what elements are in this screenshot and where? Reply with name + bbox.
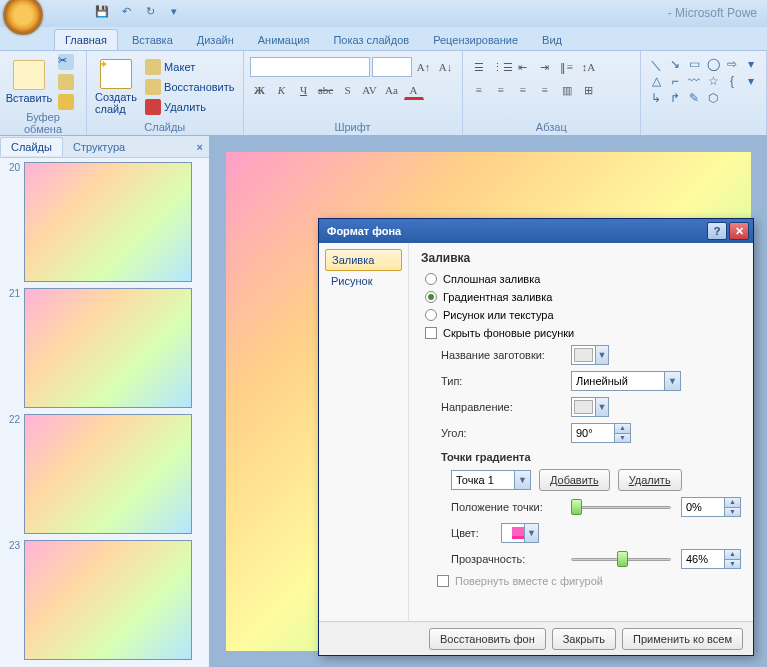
tab-animation[interactable]: Анимация [248, 30, 320, 50]
redo-icon[interactable]: ↻ [141, 5, 159, 23]
spin-up-icon[interactable]: ▲ [614, 424, 630, 434]
save-icon[interactable]: 💾 [93, 5, 111, 23]
tab-review[interactable]: Рецензирование [423, 30, 528, 50]
reset-button[interactable]: Восстановить [143, 78, 236, 96]
position-spinner[interactable]: 0%▲▼ [681, 497, 741, 517]
tab-view[interactable]: Вид [532, 30, 572, 50]
radio-texture-fill[interactable]: Рисунок или текстура [421, 309, 741, 321]
shape-conn-icon[interactable]: ↳ [647, 91, 665, 107]
spacing-button[interactable]: AV [360, 80, 380, 100]
smartart-button[interactable]: ⊞ [579, 80, 599, 100]
shape-star-icon[interactable]: ☆ [704, 74, 722, 90]
spin-up-icon[interactable]: ▲ [724, 550, 740, 560]
pane-tab-slides[interactable]: Слайды [0, 137, 63, 156]
pane-close-icon[interactable]: × [191, 141, 209, 153]
angle-spinner[interactable]: 90°▲▼ [571, 423, 631, 443]
shape-conn2-icon[interactable]: ↱ [666, 91, 684, 107]
reset-bg-button[interactable]: Восстановить фон [429, 628, 546, 650]
tab-design[interactable]: Дизайн [187, 30, 244, 50]
strike-button[interactable]: abc [316, 80, 336, 100]
spin-down-icon[interactable]: ▼ [724, 508, 740, 517]
shape-rect-icon[interactable]: ▭ [685, 57, 703, 73]
add-stop-button[interactable]: Добавить [539, 469, 610, 491]
dialog-title-bar[interactable]: Формат фона ? ✕ [319, 219, 753, 243]
help-button[interactable]: ? [707, 222, 727, 240]
undo-icon[interactable]: ↶ [117, 5, 135, 23]
shrink-font-icon[interactable]: A↓ [436, 57, 456, 77]
shape-tri-icon[interactable]: △ [647, 74, 665, 90]
shape-arrow-icon[interactable]: ↘ [666, 57, 684, 73]
remove-stop-button[interactable]: Удалить [618, 469, 682, 491]
radio-solid-fill[interactable]: Сплошная заливка [421, 273, 741, 285]
slide-thumbnail[interactable] [24, 288, 192, 408]
numbering-button[interactable]: ⋮☰ [491, 57, 511, 77]
radio-gradient-fill[interactable]: Градиентная заливка [421, 291, 741, 303]
close-button[interactable]: Закрыть [552, 628, 616, 650]
bullets-button[interactable]: ☰ [469, 57, 489, 77]
layout-button[interactable]: Макет [143, 58, 236, 76]
align-left-button[interactable]: ≡ [469, 80, 489, 100]
text-direction-button[interactable]: ↕A [579, 57, 599, 77]
font-family-combo[interactable] [250, 57, 370, 77]
paste-button[interactable]: Вставить [6, 53, 52, 111]
tab-insert[interactable]: Вставка [122, 30, 183, 50]
shape-arrow2-icon[interactable]: ⇨ [723, 57, 741, 73]
copy-button[interactable] [56, 73, 76, 91]
close-icon[interactable]: ✕ [729, 222, 749, 240]
spin-down-icon[interactable]: ▼ [614, 434, 630, 443]
format-painter-button[interactable] [56, 93, 76, 111]
type-combo[interactable]: Линейный▼ [571, 371, 681, 391]
slide-thumbnail[interactable] [24, 414, 192, 534]
thumbnail-row[interactable]: 22 [4, 414, 205, 534]
delete-slide-button[interactable]: Удалить [143, 98, 236, 116]
apply-all-button[interactable]: Применить ко всем [622, 628, 743, 650]
cut-button[interactable]: ✂ [56, 53, 76, 71]
nav-fill[interactable]: Заливка [325, 249, 402, 271]
shape-line-icon[interactable]: ＼ [647, 57, 665, 73]
shape-elbow-icon[interactable]: ⌐ [666, 74, 684, 90]
slide-thumbnail[interactable] [24, 540, 192, 660]
shape-brace-icon[interactable]: { [723, 74, 741, 90]
justify-button[interactable]: ≡ [535, 80, 555, 100]
new-slide-button[interactable]: ✦ Создать слайд [93, 53, 139, 121]
nav-picture[interactable]: Рисунок [325, 271, 402, 291]
font-size-combo[interactable] [372, 57, 412, 77]
thumbnail-row[interactable]: 23 [4, 540, 205, 660]
shape-free-icon[interactable]: ✎ [685, 91, 703, 107]
qat-dropdown-icon[interactable]: ▾ [165, 5, 183, 23]
line-spacing-button[interactable]: ‖≡ [557, 57, 577, 77]
spin-up-icon[interactable]: ▲ [724, 498, 740, 508]
grow-font-icon[interactable]: A↑ [414, 57, 434, 77]
change-case-button[interactable]: Aa [382, 80, 402, 100]
align-center-button[interactable]: ≡ [491, 80, 511, 100]
shape-curve-icon[interactable]: 〰 [685, 74, 703, 90]
italic-button[interactable]: К [272, 80, 292, 100]
shape-oval-icon[interactable]: ◯ [704, 57, 722, 73]
shape-more-icon[interactable]: ▾ [742, 57, 760, 73]
shape-hex-icon[interactable]: ⬡ [704, 91, 722, 107]
spin-down-icon[interactable]: ▼ [724, 560, 740, 569]
transparency-spinner[interactable]: 46%▲▼ [681, 549, 741, 569]
bold-button[interactable]: Ж [250, 80, 270, 100]
align-right-button[interactable]: ≡ [513, 80, 533, 100]
direction-picker[interactable]: ▼ [571, 397, 609, 417]
transparency-slider[interactable] [571, 550, 671, 568]
thumbnail-row[interactable]: 21 [4, 288, 205, 408]
pane-tab-outline[interactable]: Структура [63, 138, 135, 156]
preset-picker[interactable]: ▼ [571, 345, 609, 365]
tab-slideshow[interactable]: Показ слайдов [323, 30, 419, 50]
columns-button[interactable]: ▥ [557, 80, 577, 100]
shadow-button[interactable]: S [338, 80, 358, 100]
slide-thumbnail[interactable] [24, 162, 192, 282]
position-slider[interactable] [571, 498, 671, 516]
thumbnail-row[interactable]: 20 [4, 162, 205, 282]
indent-inc-button[interactable]: ⇥ [535, 57, 555, 77]
stop-combo[interactable]: Точка 1▼ [451, 470, 531, 490]
indent-dec-button[interactable]: ⇤ [513, 57, 533, 77]
check-hide-bg[interactable]: Скрыть фоновые рисунки [421, 327, 741, 339]
underline-button[interactable]: Ч [294, 80, 314, 100]
thumbnail-list[interactable]: 20 21 22 23 [0, 158, 209, 667]
tab-home[interactable]: Главная [54, 29, 118, 50]
color-picker[interactable]: ▼ [501, 523, 539, 543]
shape-more2-icon[interactable]: ▾ [742, 74, 760, 90]
